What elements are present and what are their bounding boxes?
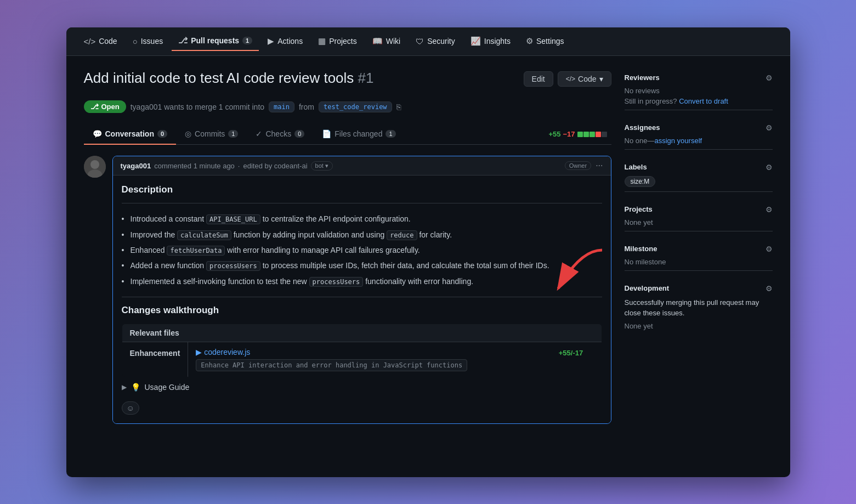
chevron-right-icon: ▶ [122,383,127,391]
assign-yourself-link[interactable]: assign yourself [654,137,702,145]
table-header: Relevant files [122,324,602,342]
diff-deletions: −17 [563,130,575,138]
list-item: Enhanced fetchUserData with error handli… [122,242,602,258]
tabs-list: 💬 Conversation 0 ◎ Commits 1 ✓ Checks 0 [84,124,405,144]
nav-issues[interactable]: ○ Issues [126,32,170,50]
development-gear-icon[interactable]: ⚙ [766,284,773,293]
nav-projects-label: Projects [329,37,357,46]
commits-icon: ◎ [185,129,191,138]
comment-body: Description Introduced a constant API_BA… [113,175,611,423]
comment-body-wrapper: Description Introduced a constant API_BA… [122,184,602,415]
code-bracket-icon: </> [566,75,575,83]
files-icon: 📄 [322,129,331,138]
diff-block-1 [577,132,583,137]
nav-projects[interactable]: ▦ Projects [311,32,364,50]
changes-section: Changes walkthrough Relevant files [122,305,602,377]
pr-tabs: 💬 Conversation 0 ◎ Commits 1 ✓ Checks 0 [84,124,611,145]
assignees-content: No one—assign yourself [625,137,773,145]
nav-issues-label: Issues [141,37,163,46]
comment-header: tyaga001 commented 1 minute ago · edited… [113,156,611,175]
status-badge: ⎇ Open [84,100,126,113]
code-icon: </> [84,37,96,46]
labels-title: Labels [625,163,647,171]
draft-hint: Still in progress? Convert to draft [625,97,773,105]
pr-meta: ⎇ Open tyaga001 wants to merge 1 commit … [84,100,611,113]
development-section: Development ⚙ Successfully merging this … [625,280,773,335]
pr-icon: ⎇ [178,36,188,46]
more-options-icon[interactable]: ··· [596,161,603,171]
code-snippet: reduce [387,230,417,240]
diff-block-3 [589,132,595,137]
security-icon: 🛡 [416,37,424,46]
file-description: Enhance API interaction and error handli… [196,359,467,371]
reviewers-gear-icon[interactable]: ⚙ [766,73,773,82]
code-button[interactable]: </> Code ▾ [558,71,611,87]
file-link[interactable]: ▶ codereview.js [196,348,543,356]
bot-dropdown-icon: ▾ [325,162,328,169]
changes-title: Changes walkthrough [122,305,602,316]
nav-wiki[interactable]: 📖 Wiki [366,32,407,50]
nav-code-label: Code [99,37,117,46]
convert-draft-link[interactable]: Convert to draft [679,97,728,105]
list-item: Introduced a constant API_BASE_URL to ce… [122,211,602,226]
bot-badge[interactable]: bot ▾ [311,161,333,171]
development-empty: None yet [625,322,773,330]
enhancement-label: Enhancement [122,342,188,377]
conversation-icon: 💬 [93,129,102,138]
nav-settings-label: Settings [536,37,564,46]
pr-number: #1 [358,70,374,86]
tab-files-changed[interactable]: 📄 Files changed 1 [313,124,404,145]
checks-icon: ✓ [256,129,262,138]
table-body: Enhancement ▶ codereview.js Enhance API … [122,342,602,377]
settings-icon: ⚙ [526,36,533,46]
owner-badge: Owner [565,161,591,170]
projects-content: None yet [625,218,773,226]
emoji-reaction-button[interactable]: ☺ [122,401,139,415]
pr-count-badge: 1 [242,37,252,44]
projects-header: Projects ⚙ [625,205,773,214]
tab-commits[interactable]: ◎ Commits 1 [176,124,247,145]
no-reviews-text: No reviews [625,87,773,95]
comment-edited-label: edited by codeant-ai [243,162,307,170]
nav-insights[interactable]: 📈 Insights [464,32,517,50]
diff-block-2 [583,132,589,137]
nav-security[interactable]: 🛡 Security [409,32,462,50]
checks-badge: 0 [294,130,304,138]
labels-content: size:M [625,176,773,187]
milestone-gear-icon[interactable]: ⚙ [766,245,773,253]
diff-block-5 [602,132,607,137]
comment-box: tyaga001 commented 1 minute ago · edited… [112,156,611,424]
projects-gear-icon[interactable]: ⚙ [766,205,773,214]
projects-icon: ▦ [318,36,326,46]
assignees-gear-icon[interactable]: ⚙ [766,123,773,132]
projects-title: Projects [625,205,653,213]
comment-edited: · [238,162,240,170]
usage-guide[interactable]: ▶ 💡 Usage Guide [122,377,602,397]
issues-icon: ○ [133,37,138,46]
nav-actions[interactable]: ▶ Actions [261,32,309,50]
edit-button[interactable]: Edit [524,71,553,87]
code-snippet: processUsers [309,277,364,287]
labels-section: Labels ⚙ size:M [625,158,773,192]
tab-conversation[interactable]: 💬 Conversation 0 [84,124,177,145]
right-panel: Reviewers ⚙ No reviews Still in progress… [625,69,773,433]
nav-insights-label: Insights [484,37,511,46]
tab-checks[interactable]: ✓ Checks 0 [247,124,313,145]
files-badge: 1 [386,130,395,138]
target-branch[interactable]: main [269,101,294,112]
development-header: Development ⚙ [625,284,773,293]
copy-icon[interactable]: ⎘ [396,103,401,111]
merge-icon: ⎇ [90,103,99,111]
assignees-section: Assignees ⚙ No one—assign yourself [625,119,773,150]
source-branch[interactable]: test_code_review [319,101,392,112]
milestone-header: Milestone ⚙ [625,245,773,253]
comment-container: tyaga001 commented 1 minute ago · edited… [84,156,611,424]
development-content: Successfully merging this pull request m… [625,297,773,330]
nav-settings[interactable]: ⚙ Settings [519,32,571,50]
top-navigation: </> Code ○ Issues ⎇ Pull requests 1 ▶ Ac… [66,27,790,56]
development-title: Development [625,284,670,292]
labels-gear-icon[interactable]: ⚙ [766,163,773,172]
nav-code[interactable]: </> Code [77,32,124,50]
nav-pull-requests[interactable]: ⎇ Pull requests 1 [172,31,259,51]
reviewers-content: No reviews Still in progress? Convert to… [625,87,773,105]
